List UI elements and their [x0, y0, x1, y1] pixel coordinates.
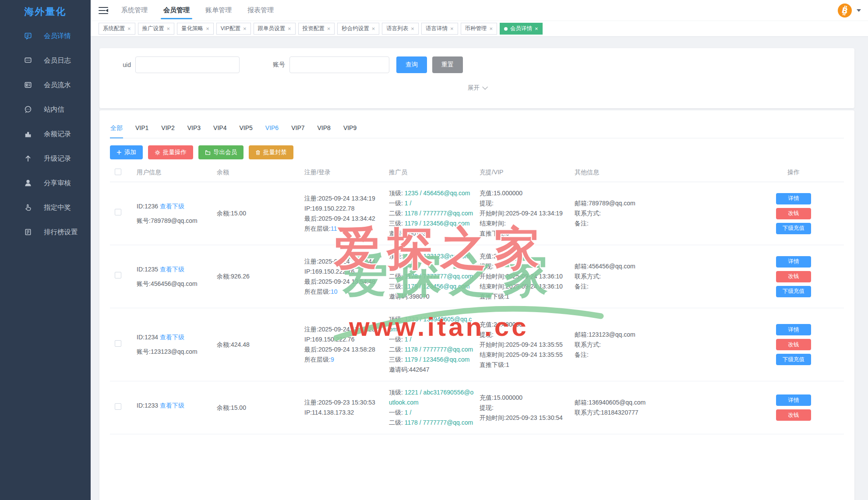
query-button[interactable]: 查询: [396, 56, 427, 73]
add-button[interactable]: 添加: [110, 145, 143, 159]
sidebar-item-balance-record[interactable]: 余额记录: [0, 122, 91, 146]
tag-follow-settings[interactable]: 跟单员设置×: [254, 23, 296, 35]
close-icon[interactable]: ×: [372, 26, 375, 32]
view-subordinates-link[interactable]: 查看下级: [160, 266, 184, 273]
promoter-link[interactable]: 1 /: [405, 263, 412, 270]
toolbar: 添加 批量操作 导出会员 批量封禁: [110, 145, 844, 159]
level-link[interactable]: 10: [331, 288, 338, 295]
promoter-link[interactable]: 1 /: [405, 409, 412, 416]
close-icon[interactable]: ×: [127, 26, 131, 32]
vip-tab-6[interactable]: VIP6: [265, 121, 279, 138]
tag-currency-manage[interactable]: 币种管理×: [461, 23, 498, 35]
promoter-link[interactable]: 1 /: [405, 200, 412, 207]
user-id: ID:1234: [137, 334, 158, 341]
sidebar-item-ranking-settings[interactable]: 排行榜设置: [0, 220, 91, 244]
vip-tabs: 全部 VIP1 VIP2 VIP3 VIP4 VIP5 VIP6 VIP7 VI…: [110, 110, 844, 138]
view-subordinates-link[interactable]: 查看下级: [160, 402, 184, 409]
edit-money-button[interactable]: 改钱: [776, 271, 811, 282]
sub-recharge-button[interactable]: 下级充值: [776, 286, 811, 297]
tag-promo-settings[interactable]: 推广设置×: [138, 23, 175, 35]
promoter-link[interactable]: 1178 / 7777777@qq.com: [405, 346, 473, 353]
tag-vip-config[interactable]: VIP配置×: [216, 23, 251, 35]
tag-language-detail[interactable]: 语言详情×: [421, 23, 458, 35]
detail-button[interactable]: 详情: [776, 193, 811, 204]
col-other-info: 其他信息: [575, 169, 743, 176]
detail-button[interactable]: 详情: [776, 324, 811, 335]
uid-input[interactable]: [135, 56, 240, 73]
sub-recharge-button[interactable]: 下级充值: [776, 223, 811, 234]
tag-second-contract[interactable]: 秒合约设置×: [337, 23, 379, 35]
close-icon[interactable]: ×: [450, 26, 454, 32]
sidebar-item-member-flow[interactable]: 会员流水: [0, 73, 91, 97]
sidebar-item-share-audit[interactable]: 分享审核: [0, 171, 91, 195]
sidebar-item-member-detail[interactable]: 会员详情: [0, 24, 91, 48]
sub-recharge-button[interactable]: 下级充值: [776, 354, 811, 365]
sidebar-item-site-message[interactable]: 站内信: [0, 97, 91, 122]
row-checkbox[interactable]: [115, 272, 121, 278]
vip-tab-all[interactable]: 全部: [110, 121, 123, 138]
row-checkbox[interactable]: [115, 403, 121, 410]
vip-tab-3[interactable]: VIP3: [187, 121, 201, 138]
batch-ban-button[interactable]: 批量封禁: [249, 145, 293, 159]
edit-money-button[interactable]: 改钱: [776, 409, 811, 421]
row-checkbox[interactable]: [115, 209, 121, 215]
vip-tab-5[interactable]: VIP5: [239, 121, 253, 138]
promoter-link[interactable]: 1178 / 7777777@qq.com: [405, 419, 473, 426]
user-menu-caret-icon[interactable]: [857, 9, 861, 12]
view-subordinates-link[interactable]: 查看下级: [160, 203, 184, 210]
collapse-sidebar-icon[interactable]: [99, 7, 108, 14]
export-members-button[interactable]: 导出会员: [198, 145, 243, 159]
tag-language-list[interactable]: 语言列表×: [382, 23, 419, 35]
tag-system-config[interactable]: 系统配置×: [99, 23, 135, 35]
close-icon[interactable]: ×: [490, 26, 493, 32]
vip-tab-7[interactable]: VIP7: [291, 121, 305, 138]
sidebar-item-upgrade-record[interactable]: 升级记录: [0, 146, 91, 171]
level-link[interactable]: 9: [331, 356, 334, 363]
detail-button[interactable]: 详情: [776, 256, 811, 268]
vip-tab-9[interactable]: VIP9: [343, 121, 357, 138]
topnav-system[interactable]: 系统管理: [121, 0, 148, 21]
promoter-link[interactable]: 1234 / 123123@qq.com: [405, 253, 470, 260]
vip-tab-2[interactable]: VIP2: [161, 121, 175, 138]
close-icon[interactable]: ×: [206, 26, 209, 32]
close-icon[interactable]: ×: [288, 26, 291, 32]
edit-money-button[interactable]: 改钱: [776, 208, 811, 219]
close-icon[interactable]: ×: [535, 26, 538, 32]
vip-tab-4[interactable]: VIP4: [213, 121, 227, 138]
promoter-link[interactable]: 1179 / 123456@qq.com: [405, 356, 470, 363]
vip-tab-8[interactable]: VIP8: [317, 121, 331, 138]
topnav-report[interactable]: 报表管理: [247, 0, 274, 21]
topnav-member[interactable]: 会员管理: [163, 0, 190, 21]
row-checkbox[interactable]: [115, 340, 121, 347]
close-icon[interactable]: ×: [243, 26, 247, 32]
promoter-link[interactable]: 1178 / 7777777@qq.com: [405, 210, 473, 217]
promoter-link[interactable]: 1235 / 456456@qq.com: [405, 190, 470, 197]
person-icon: [24, 179, 32, 187]
level-link[interactable]: 11: [331, 225, 337, 232]
sidebar-item-member-log[interactable]: 会员日志: [0, 48, 91, 73]
avatar[interactable]: B: [837, 3, 852, 18]
close-icon[interactable]: ×: [411, 26, 414, 32]
promoter-link[interactable]: 1179 / 123456@qq.com: [405, 283, 470, 290]
batch-operate-button[interactable]: 批量操作: [148, 145, 193, 159]
account-input[interactable]: [289, 56, 389, 73]
vip-tab-1[interactable]: VIP1: [135, 121, 149, 138]
tag-quant-strategy[interactable]: 量化策略×: [177, 23, 214, 35]
top-bar: 系统管理 会员管理 账单管理 报表管理 B: [91, 0, 868, 21]
tag-member-detail-active[interactable]: 会员详情×: [500, 23, 543, 35]
member-table-panel: 全部 VIP1 VIP2 VIP3 VIP4 VIP5 VIP6 VIP7 VI…: [99, 110, 854, 500]
detail-button[interactable]: 详情: [776, 394, 811, 406]
promoter-link[interactable]: 1178 / 7777777@qq.com: [405, 273, 473, 280]
promoter-link[interactable]: 1 /: [405, 336, 412, 343]
expand-toggle[interactable]: 展开: [99, 84, 854, 92]
tag-invest-config[interactable]: 投资配置×: [298, 23, 335, 35]
close-icon[interactable]: ×: [167, 26, 170, 32]
select-all-checkbox[interactable]: [115, 169, 121, 175]
topnav-bill[interactable]: 账单管理: [205, 0, 232, 21]
view-subordinates-link[interactable]: 查看下级: [160, 334, 184, 341]
sidebar-item-assign-win[interactable]: 指定中奖: [0, 195, 91, 220]
promoter-link[interactable]: 1179 / 123456@qq.com: [405, 220, 470, 227]
reset-button[interactable]: 重置: [432, 56, 463, 73]
edit-money-button[interactable]: 改钱: [776, 339, 811, 350]
close-icon[interactable]: ×: [327, 26, 331, 32]
